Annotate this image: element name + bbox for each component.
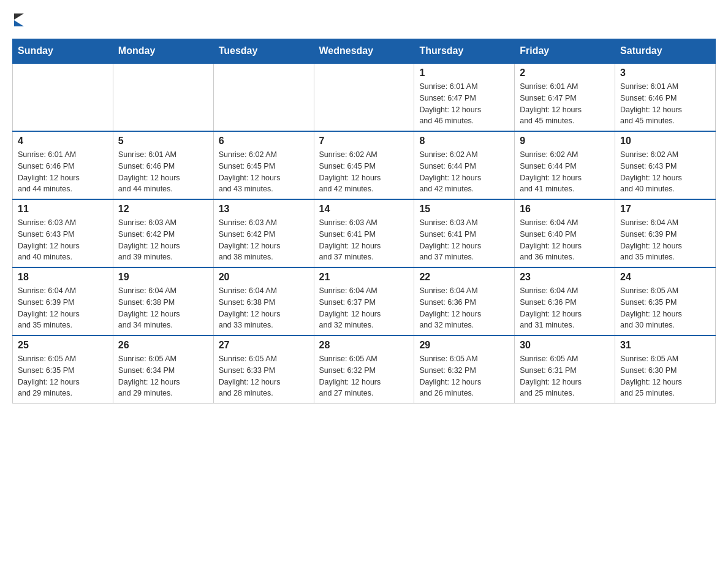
header-saturday: Saturday [615, 39, 716, 64]
day-info: Sunrise: 6:02 AMSunset: 6:45 PMDaylight:… [219, 149, 309, 195]
day-info: Sunrise: 6:01 AMSunset: 6:47 PMDaylight:… [520, 81, 610, 127]
day-number: 9 [520, 136, 610, 147]
table-row: 30Sunrise: 6:05 AMSunset: 6:31 PMDayligh… [515, 335, 615, 404]
table-row: 7Sunrise: 6:02 AMSunset: 6:45 PMDaylight… [314, 131, 414, 199]
day-info: Sunrise: 6:04 AMSunset: 6:39 PMDaylight:… [18, 285, 108, 331]
calendar-header-row: Sunday Monday Tuesday Wednesday Thursday… [13, 39, 716, 64]
calendar-week-row: 18Sunrise: 6:04 AMSunset: 6:39 PMDayligh… [13, 267, 716, 335]
table-row: 20Sunrise: 6:04 AMSunset: 6:38 PMDayligh… [213, 267, 314, 335]
day-number: 28 [319, 340, 409, 351]
day-number: 30 [520, 340, 610, 351]
table-row: 23Sunrise: 6:04 AMSunset: 6:36 PMDayligh… [515, 267, 615, 335]
table-row: 13Sunrise: 6:03 AMSunset: 6:42 PMDayligh… [213, 199, 314, 267]
day-info: Sunrise: 6:04 AMSunset: 6:37 PMDaylight:… [319, 285, 409, 331]
calendar-week-row: 1Sunrise: 6:01 AMSunset: 6:47 PMDaylight… [13, 63, 716, 131]
day-number: 10 [620, 136, 710, 147]
calendar-table: Sunday Monday Tuesday Wednesday Thursday… [12, 39, 716, 404]
day-number: 3 [620, 67, 710, 79]
day-info: Sunrise: 6:05 AMSunset: 6:31 PMDaylight:… [520, 353, 610, 399]
calendar-week-row: 4Sunrise: 6:01 AMSunset: 6:46 PMDaylight… [13, 131, 716, 199]
day-info: Sunrise: 6:01 AMSunset: 6:46 PMDaylight:… [118, 149, 208, 195]
table-row: 25Sunrise: 6:05 AMSunset: 6:35 PMDayligh… [13, 335, 113, 404]
header-monday: Monday [113, 39, 213, 64]
day-number: 17 [620, 204, 710, 215]
calendar-week-row: 11Sunrise: 6:03 AMSunset: 6:43 PMDayligh… [13, 199, 716, 267]
table-row: 2Sunrise: 6:01 AMSunset: 6:47 PMDaylight… [515, 63, 615, 131]
day-info: Sunrise: 6:05 AMSunset: 6:34 PMDaylight:… [118, 353, 208, 399]
table-row: 28Sunrise: 6:05 AMSunset: 6:32 PMDayligh… [314, 335, 414, 404]
header-sunday: Sunday [13, 39, 113, 64]
table-row: 1Sunrise: 6:01 AMSunset: 6:47 PMDaylight… [414, 63, 515, 131]
day-number: 14 [319, 204, 409, 215]
day-number: 27 [219, 340, 309, 351]
day-info: Sunrise: 6:05 AMSunset: 6:32 PMDaylight:… [419, 353, 509, 399]
day-info: Sunrise: 6:01 AMSunset: 6:47 PMDaylight:… [419, 81, 509, 127]
day-number: 18 [18, 272, 108, 283]
day-info: Sunrise: 6:02 AMSunset: 6:44 PMDaylight:… [520, 149, 610, 195]
day-number: 26 [118, 340, 208, 351]
table-row: 6Sunrise: 6:02 AMSunset: 6:45 PMDaylight… [213, 131, 314, 199]
day-number: 21 [319, 272, 409, 283]
table-row: 19Sunrise: 6:04 AMSunset: 6:38 PMDayligh… [113, 267, 213, 335]
day-info: Sunrise: 6:03 AMSunset: 6:43 PMDaylight:… [18, 217, 108, 263]
day-info: Sunrise: 6:03 AMSunset: 6:41 PMDaylight:… [319, 217, 409, 263]
day-number: 6 [219, 136, 309, 147]
day-number: 13 [219, 204, 309, 215]
day-info: Sunrise: 6:04 AMSunset: 6:36 PMDaylight:… [520, 285, 610, 331]
table-row: 16Sunrise: 6:04 AMSunset: 6:40 PMDayligh… [515, 199, 615, 267]
day-number: 25 [18, 340, 108, 351]
day-info: Sunrise: 6:03 AMSunset: 6:41 PMDaylight:… [419, 217, 509, 263]
table-row: 3Sunrise: 6:01 AMSunset: 6:46 PMDaylight… [615, 63, 716, 131]
day-number: 12 [118, 204, 208, 215]
day-number: 8 [419, 136, 509, 147]
table-row: 14Sunrise: 6:03 AMSunset: 6:41 PMDayligh… [314, 199, 414, 267]
table-row: 22Sunrise: 6:04 AMSunset: 6:36 PMDayligh… [414, 267, 515, 335]
calendar-week-row: 25Sunrise: 6:05 AMSunset: 6:35 PMDayligh… [13, 335, 716, 404]
day-info: Sunrise: 6:01 AMSunset: 6:46 PMDaylight:… [620, 81, 710, 127]
table-row: 10Sunrise: 6:02 AMSunset: 6:43 PMDayligh… [615, 131, 716, 199]
day-number: 5 [118, 136, 208, 147]
day-number: 7 [319, 136, 409, 147]
table-row: 17Sunrise: 6:04 AMSunset: 6:39 PMDayligh… [615, 199, 716, 267]
table-row: 27Sunrise: 6:05 AMSunset: 6:33 PMDayligh… [213, 335, 314, 404]
day-number: 24 [620, 272, 710, 283]
table-row: 26Sunrise: 6:05 AMSunset: 6:34 PMDayligh… [113, 335, 213, 404]
table-row [113, 63, 213, 131]
day-number: 15 [419, 204, 509, 215]
table-row: 12Sunrise: 6:03 AMSunset: 6:42 PMDayligh… [113, 199, 213, 267]
header-thursday: Thursday [414, 39, 515, 64]
day-number: 2 [520, 67, 610, 79]
day-number: 31 [620, 340, 710, 351]
table-row: 4Sunrise: 6:01 AMSunset: 6:46 PMDaylight… [13, 131, 113, 199]
day-number: 22 [419, 272, 509, 283]
day-info: Sunrise: 6:01 AMSunset: 6:46 PMDaylight:… [18, 149, 108, 195]
logo [12, 12, 24, 26]
day-info: Sunrise: 6:04 AMSunset: 6:40 PMDaylight:… [520, 217, 610, 263]
table-row: 11Sunrise: 6:03 AMSunset: 6:43 PMDayligh… [13, 199, 113, 267]
table-row [213, 63, 314, 131]
table-row: 18Sunrise: 6:04 AMSunset: 6:39 PMDayligh… [13, 267, 113, 335]
day-info: Sunrise: 6:02 AMSunset: 6:44 PMDaylight:… [419, 149, 509, 195]
day-info: Sunrise: 6:02 AMSunset: 6:45 PMDaylight:… [319, 149, 409, 195]
day-info: Sunrise: 6:02 AMSunset: 6:43 PMDaylight:… [620, 149, 710, 195]
day-number: 19 [118, 272, 208, 283]
day-info: Sunrise: 6:05 AMSunset: 6:33 PMDaylight:… [219, 353, 309, 399]
day-info: Sunrise: 6:05 AMSunset: 6:35 PMDaylight:… [18, 353, 108, 399]
day-info: Sunrise: 6:05 AMSunset: 6:30 PMDaylight:… [620, 353, 710, 399]
day-number: 4 [18, 136, 108, 147]
day-number: 11 [18, 204, 108, 215]
day-number: 16 [520, 204, 610, 215]
table-row: 15Sunrise: 6:03 AMSunset: 6:41 PMDayligh… [414, 199, 515, 267]
day-info: Sunrise: 6:03 AMSunset: 6:42 PMDaylight:… [118, 217, 208, 263]
day-info: Sunrise: 6:03 AMSunset: 6:42 PMDaylight:… [219, 217, 309, 263]
table-row: 8Sunrise: 6:02 AMSunset: 6:44 PMDaylight… [414, 131, 515, 199]
day-number: 1 [419, 67, 509, 79]
header-wednesday: Wednesday [314, 39, 414, 64]
table-row: 9Sunrise: 6:02 AMSunset: 6:44 PMDaylight… [515, 131, 615, 199]
day-info: Sunrise: 6:05 AMSunset: 6:32 PMDaylight:… [319, 353, 409, 399]
table-row: 5Sunrise: 6:01 AMSunset: 6:46 PMDaylight… [113, 131, 213, 199]
day-info: Sunrise: 6:04 AMSunset: 6:39 PMDaylight:… [620, 217, 710, 263]
table-row: 24Sunrise: 6:05 AMSunset: 6:35 PMDayligh… [615, 267, 716, 335]
day-info: Sunrise: 6:04 AMSunset: 6:36 PMDaylight:… [419, 285, 509, 331]
day-number: 23 [520, 272, 610, 283]
